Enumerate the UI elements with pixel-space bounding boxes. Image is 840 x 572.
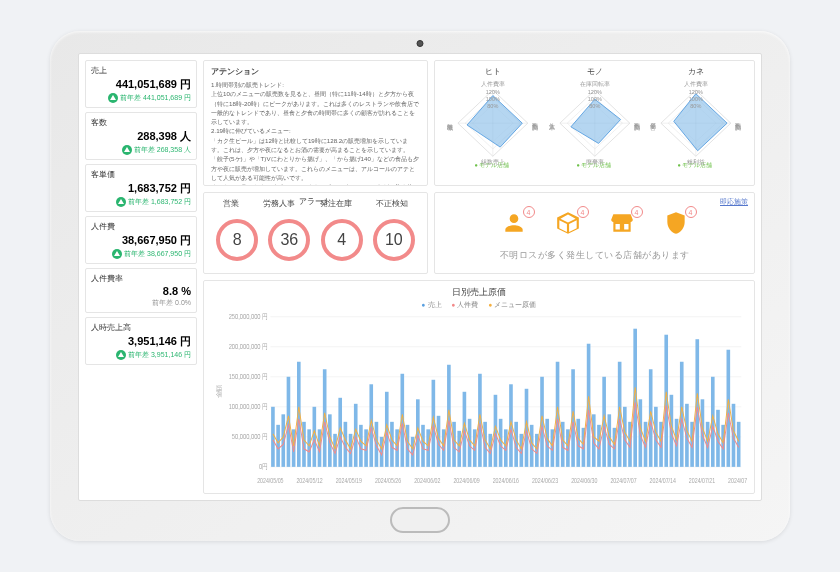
kpi-card[interactable]: 客単価 1,683,752 円 前年差 1,683,752 円 xyxy=(85,164,197,212)
svg-text:人件費率: 人件費率 xyxy=(684,80,708,87)
svg-rect-103 xyxy=(520,434,524,467)
store-icon[interactable]: 4 xyxy=(609,210,635,238)
svg-text:粗利益: 粗利益 xyxy=(687,159,705,165)
alert-circle[interactable]: 8 xyxy=(216,219,258,261)
svg-text:人件費率: 人件費率 xyxy=(481,80,505,87)
svg-rect-61 xyxy=(302,422,306,467)
alert-title: 営業 xyxy=(223,198,239,209)
kpi-card[interactable]: 人件費率 8.8 % 前年差 0.0% xyxy=(85,268,197,313)
svg-text:金額: 金額 xyxy=(215,385,221,398)
person-icon[interactable]: 4 xyxy=(501,210,527,238)
svg-rect-73 xyxy=(364,429,368,467)
radar-column: カネ 人件費率 不調指数 客単価 120% 100% 80% ● モデル店舗 粗… xyxy=(645,66,747,180)
svg-text:不調指数: 不調指数 xyxy=(633,123,640,131)
kpi-value: 441,051,689 円 xyxy=(91,77,191,92)
radar-column: モノ 在庫回転率 不調指数 仕入率 120% 100% 80% ● モデル店舗 … xyxy=(544,66,646,180)
svg-text:組数売上: 組数売上 xyxy=(480,159,505,165)
svg-text:2024/06/02: 2024/06/02 xyxy=(414,478,440,485)
svg-text:120%: 120% xyxy=(587,89,601,95)
radar-card: ヒト 人件費率 不調指数 離職率 120% 100% 80% ● モデル店舗 組… xyxy=(434,60,755,186)
svg-text:2024/06/23: 2024/06/23 xyxy=(532,478,559,485)
kpi-card[interactable]: 売上 441,051,689 円 前年差 441,051,689 円 xyxy=(85,60,197,108)
svg-text:2024/06/09: 2024/06/09 xyxy=(453,478,479,485)
svg-text:2024/07/28: 2024/07/28 xyxy=(728,478,747,485)
arrow-up-icon xyxy=(122,145,132,155)
kpi-card[interactable]: 人時売上高 3,951,146 円 前年差 3,951,146 円 xyxy=(85,317,197,365)
radar-title: ヒト xyxy=(442,66,544,77)
svg-text:80%: 80% xyxy=(589,103,600,109)
svg-text:250,000,000 円: 250,000,000 円 xyxy=(229,312,268,320)
chart-legend: 売上 人件費 メニュー原価 xyxy=(211,301,747,310)
kpi-label: 人時売上高 xyxy=(91,322,191,333)
kpi-sub: 前年差 1,683,752 円 xyxy=(91,197,191,207)
svg-text:客単価: 客単価 xyxy=(650,123,656,131)
quick-action-link[interactable]: 即応施策 xyxy=(720,197,748,207)
svg-text:離職率: 離職率 xyxy=(447,124,453,131)
radar-column: ヒト 人件費率 不調指数 離職率 120% 100% 80% ● モデル店舗 組… xyxy=(442,66,544,180)
svg-text:120%: 120% xyxy=(689,89,703,95)
badge: 4 xyxy=(685,206,697,218)
kpi-card[interactable]: 人件費 38,667,950 円 前年差 38,667,950 円 xyxy=(85,216,197,264)
svg-text:100%: 100% xyxy=(486,96,500,102)
status-icons-card: 即応施策 4 4 4 xyxy=(434,192,755,274)
arrow-up-icon xyxy=(116,350,126,360)
camera-dot xyxy=(417,40,424,47)
svg-text:不調指数: 不調指数 xyxy=(531,123,538,131)
svg-text:2024/05/12: 2024/05/12 xyxy=(296,478,322,485)
radar-chart[interactable]: 在庫回転率 不調指数 仕入率 120% 100% 80% ● モデル店舗 廃棄率 xyxy=(544,79,646,171)
kpi-label: 人件費率 xyxy=(91,273,191,284)
legend-item: メニュー原価 xyxy=(488,301,536,310)
svg-text:100%: 100% xyxy=(587,96,601,102)
attention-body: 1.時間帯別の販売トレンド: 上位10のメニューの販売数を見ると、昼間（特に11… xyxy=(211,80,420,186)
svg-rect-90 xyxy=(452,422,456,467)
svg-text:100,000,000 円: 100,000,000 円 xyxy=(229,403,268,411)
shield-icon[interactable]: 4 xyxy=(663,210,689,238)
daily-chart-card: 日別売上原価 売上 人件費 メニュー原価 0円50,000,000 円100,0… xyxy=(203,280,755,494)
svg-text:100%: 100% xyxy=(689,96,703,102)
kpi-sub: 前年差 0.0% xyxy=(91,298,191,308)
chart-svg[interactable]: 0円50,000,000 円100,000,000 円150,000,000 円… xyxy=(211,312,747,488)
kpi-label: 売上 xyxy=(91,65,191,76)
kpi-sub: 前年差 38,667,950 円 xyxy=(91,249,191,259)
arrow-up-icon xyxy=(108,93,118,103)
kpi-card[interactable]: 客数 288,398 人 前年差 268,358 人 xyxy=(85,112,197,160)
svg-text:150,000,000 円: 150,000,000 円 xyxy=(229,373,268,381)
dashboard-screen: 売上 441,051,689 円 前年差 441,051,689 円客数 288… xyxy=(78,53,762,501)
chart-title: 日別売上原価 xyxy=(211,286,747,299)
svg-rect-63 xyxy=(313,407,317,467)
alert-circle[interactable]: 10 xyxy=(373,219,415,261)
radar-chart[interactable]: 人件費率 不調指数 客単価 120% 100% 80% ● モデル店舗 粗利益 xyxy=(645,79,747,171)
kpi-value: 38,667,950 円 xyxy=(91,233,191,248)
svg-text:廃棄率: 廃棄率 xyxy=(586,158,604,165)
main-area: アテンション 1.時間帯別の販売トレンド: 上位10のメニューの販売数を見ると、… xyxy=(203,60,755,494)
svg-rect-123 xyxy=(623,407,627,467)
svg-text:仕入率: 仕入率 xyxy=(548,123,555,131)
svg-marker-33 xyxy=(674,94,727,151)
svg-rect-81 xyxy=(406,425,410,467)
svg-rect-96 xyxy=(483,422,487,467)
alert-circle[interactable]: 4 xyxy=(321,219,363,261)
alert-circle[interactable]: 36 xyxy=(268,219,310,261)
alert-title: 不正検知 xyxy=(376,198,408,209)
radar-title: モノ xyxy=(544,66,646,77)
home-button[interactable] xyxy=(390,507,450,533)
svg-rect-111 xyxy=(561,422,565,467)
arrow-up-icon xyxy=(116,197,126,207)
badge: 4 xyxy=(523,206,535,218)
badge: 4 xyxy=(631,206,643,218)
box-icon[interactable]: 4 xyxy=(555,210,581,238)
svg-text:不調指数: 不調指数 xyxy=(734,123,741,131)
kpi-value: 3,951,146 円 xyxy=(91,334,191,349)
svg-text:80%: 80% xyxy=(487,103,498,109)
tablet-frame: 売上 441,051,689 円 前年差 441,051,689 円客数 288… xyxy=(50,31,790,541)
svg-rect-100 xyxy=(504,429,508,467)
kpi-value: 288,398 人 xyxy=(91,129,191,144)
kpi-value: 1,683,752 円 xyxy=(91,181,191,196)
kpi-value: 8.8 % xyxy=(91,285,191,297)
kpi-sub: 前年差 3,951,146 円 xyxy=(91,350,191,360)
alerts-card: アラート 営業 労務人事 発注在庫 不正検知 8 36 4 10 xyxy=(203,192,428,274)
alert-title: 労務人事 xyxy=(263,198,295,209)
radar-chart[interactable]: 人件費率 不調指数 離職率 120% 100% 80% ● モデル店舗 組数売上 xyxy=(442,79,544,171)
badge: 4 xyxy=(577,206,589,218)
svg-rect-91 xyxy=(457,431,461,467)
